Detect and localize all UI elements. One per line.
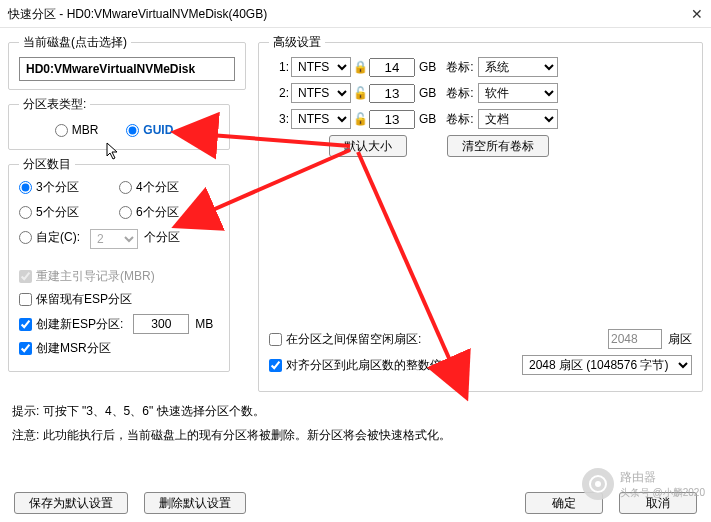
align-select[interactable]: 2048 扇区 (1048576 字节)	[522, 355, 692, 375]
advanced-group: 高级设置 1: NTFS 🔒 GB 卷标: 系统 2: NTFS 🔓 GB 卷标…	[258, 34, 703, 392]
esp-unit: MB	[195, 317, 213, 331]
check-msr[interactable]: 创建MSR分区	[19, 340, 111, 357]
router-icon	[582, 468, 614, 500]
lock-icon[interactable]: 🔒	[353, 60, 367, 74]
size-input-3[interactable]	[369, 110, 415, 129]
unlock-icon[interactable]: 🔓	[353, 112, 367, 126]
save-default-button[interactable]: 保存为默认设置	[14, 492, 128, 514]
radio-6parts[interactable]: 6个分区	[119, 204, 209, 221]
check-rebuild-mbr[interactable]: 重建主引导记录(MBR)	[19, 268, 155, 285]
partition-count-group: 分区数目 3个分区 4个分区 5个分区 6个分区 自定(C): 2 个分区 重建…	[8, 156, 230, 372]
table-type-legend: 分区表类型:	[19, 96, 90, 113]
advanced-legend: 高级设置	[269, 34, 325, 51]
custom-unit: 个分区	[144, 229, 180, 254]
check-gap[interactable]: 在分区之间保留空闲扇区:	[269, 331, 421, 348]
window-title: 快速分区 - HD0:VMwareVirtualNVMeDisk(40GB)	[8, 0, 267, 28]
check-keep-esp[interactable]: 保留现有ESP分区	[19, 291, 132, 308]
svg-point-4	[595, 481, 601, 487]
current-disk-legend: 当前磁盘(点击选择)	[19, 34, 131, 51]
hint-1: 提示: 可按下 "3、4、5、6" 快速选择分区个数。	[12, 402, 699, 420]
radio-custom[interactable]: 自定(C):	[19, 229, 80, 246]
esp-size-input[interactable]	[133, 314, 189, 334]
radio-3parts[interactable]: 3个分区	[19, 179, 109, 196]
radio-5parts[interactable]: 5个分区	[19, 204, 109, 221]
disk-selector[interactable]: HD0:VMwareVirtualNVMeDisk	[19, 57, 235, 81]
gap-unit: 扇区	[668, 331, 692, 348]
table-row: 2: NTFS 🔓 GB 卷标: 软件	[269, 83, 692, 103]
label-select-3[interactable]: 文档	[478, 109, 558, 129]
radio-guid[interactable]: GUID	[126, 123, 173, 137]
watermark: 路由器 头条号 @小麟2020	[582, 468, 705, 500]
table-row: 3: NTFS 🔓 GB 卷标: 文档	[269, 109, 692, 129]
gap-input	[608, 329, 662, 349]
current-disk-group: 当前磁盘(点击选择) HD0:VMwareVirtualNVMeDisk	[8, 34, 246, 90]
size-input-2[interactable]	[369, 84, 415, 103]
table-type-group: 分区表类型: MBR GUID	[8, 96, 230, 150]
radio-4parts[interactable]: 4个分区	[119, 179, 209, 196]
unlock-icon[interactable]: 🔓	[353, 86, 367, 100]
partition-count-legend: 分区数目	[19, 156, 75, 173]
fs-select-2[interactable]: NTFS	[291, 83, 351, 103]
table-row: 1: NTFS 🔒 GB 卷标: 系统	[269, 57, 692, 77]
label-select-2[interactable]: 软件	[478, 83, 558, 103]
size-input-1[interactable]	[369, 58, 415, 77]
default-size-button[interactable]: 默认大小	[329, 135, 407, 157]
check-new-esp[interactable]: 创建新ESP分区:	[19, 316, 123, 333]
clear-labels-button[interactable]: 清空所有卷标	[447, 135, 549, 157]
check-align[interactable]: 对齐分区到此扇区数的整数倍:	[269, 357, 445, 374]
fs-select-1[interactable]: NTFS	[291, 57, 351, 77]
delete-default-button[interactable]: 删除默认设置	[144, 492, 246, 514]
custom-count-select[interactable]: 2	[90, 229, 138, 249]
radio-mbr[interactable]: MBR	[55, 123, 99, 137]
label-select-1[interactable]: 系统	[478, 57, 558, 77]
hint-2: 注意: 此功能执行后，当前磁盘上的现有分区将被删除。新分区将会被快速格式化。	[12, 426, 699, 444]
fs-select-3[interactable]: NTFS	[291, 109, 351, 129]
close-icon[interactable]: ✕	[691, 0, 703, 28]
